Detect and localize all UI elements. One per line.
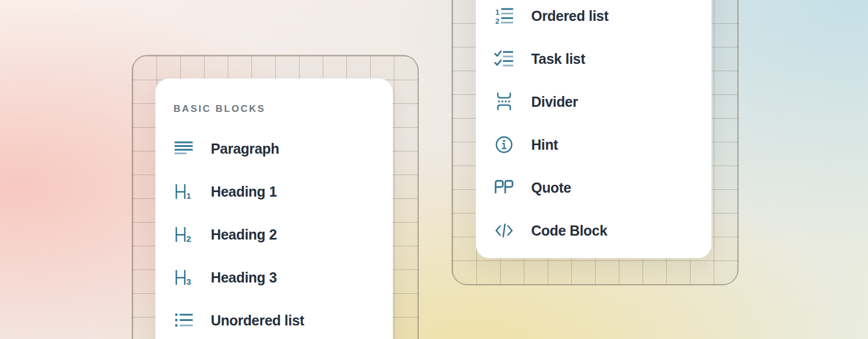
- menu-item-label: Hint: [531, 137, 558, 153]
- menu-item-label: Quote: [531, 180, 571, 196]
- menu-item-label: Heading 3: [211, 270, 277, 286]
- menu-item-paragraph[interactable]: Paragraph: [155, 127, 393, 170]
- svg-text:2: 2: [495, 17, 499, 25]
- divider-icon: [494, 92, 514, 112]
- menu-item-label: Divider: [531, 94, 578, 110]
- menu-item-label: Code Block: [531, 223, 607, 239]
- section-label-basic-blocks: BASIC BLOCKS: [173, 99, 375, 119]
- menu-item-label: Task list: [531, 51, 585, 67]
- heading-2-icon: 2: [173, 224, 194, 245]
- menu-item-heading-2[interactable]: 2 Heading 2: [155, 213, 393, 256]
- menu-item-label: Heading 2: [211, 227, 277, 243]
- menu-item-task-list[interactable]: Task list: [476, 37, 711, 80]
- menu-item-label: Heading 1: [211, 184, 277, 200]
- task-list-icon: [494, 49, 514, 69]
- heading-1-icon: 1: [173, 181, 194, 202]
- menu-item-label: Ordered list: [531, 8, 609, 24]
- unordered-list-icon: [173, 310, 194, 331]
- menu-item-code-block[interactable]: Code Block: [476, 209, 711, 252]
- blocks-panel-right: 1 2 Ordered list Task list: [476, 0, 711, 258]
- code-block-icon: [494, 220, 514, 241]
- svg-text:3: 3: [186, 277, 191, 286]
- svg-text:2: 2: [186, 234, 191, 244]
- hint-icon: [494, 134, 514, 155]
- menu-item-ordered-list[interactable]: 1 2 Ordered list: [476, 0, 711, 37]
- menu-item-divider[interactable]: Divider: [476, 80, 711, 123]
- paragraph-icon: [173, 138, 194, 159]
- svg-text:1: 1: [186, 191, 191, 201]
- svg-text:1: 1: [495, 8, 499, 16]
- heading-3-icon: 3: [173, 267, 194, 288]
- menu-item-quote[interactable]: Quote: [476, 166, 711, 209]
- ordered-list-icon: 1 2: [494, 6, 514, 26]
- basic-blocks-panel: BASIC BLOCKS Paragraph 1 Heading 1 2: [155, 79, 393, 339]
- quote-icon: [494, 177, 514, 198]
- menu-item-hint[interactable]: Hint: [476, 123, 711, 166]
- menu-item-label: Unordered list: [211, 312, 304, 329]
- menu-item-heading-3[interactable]: 3 Heading 3: [155, 256, 393, 299]
- menu-item-label: Paragraph: [211, 141, 279, 157]
- menu-item-unordered-list[interactable]: Unordered list: [155, 299, 393, 339]
- menu-item-heading-1[interactable]: 1 Heading 1: [155, 170, 393, 213]
